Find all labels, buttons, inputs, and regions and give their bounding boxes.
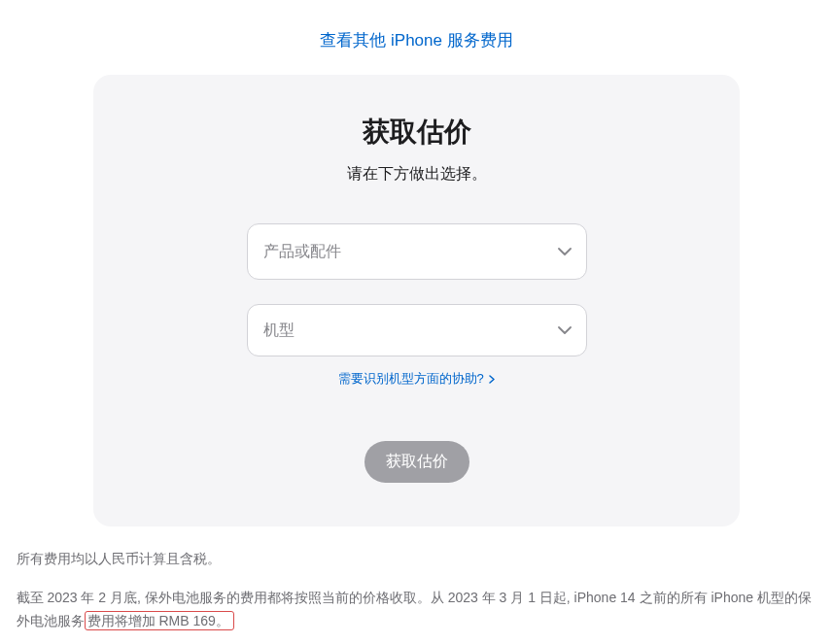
chevron-right-icon [489,372,495,387]
product-select[interactable]: 产品或配件 [247,223,587,280]
card-subtitle: 请在下方做出选择。 [152,164,681,185]
model-select-wrap: 机型 [247,304,587,356]
footnote-currency: 所有费用均以人民币计算且含税。 [17,548,817,571]
product-select-placeholder: 产品或配件 [263,242,341,262]
model-select[interactable]: 机型 [247,304,587,356]
price-increase-highlight: 费用将增加 RMB 169。 [85,611,234,630]
footnote-price-increase: 截至 2023 年 2 月底, 保外电池服务的费用都将按照当前的价格收取。从 2… [17,587,817,633]
identify-model-help-link[interactable]: 需要识别机型方面的协助? [338,371,496,386]
help-link-text: 需要识别机型方面的协助? [338,371,484,386]
card-title: 获取估价 [152,114,681,151]
model-select-placeholder: 机型 [263,321,295,341]
footnotes: 所有费用均以人民币计算且含税。 截至 2023 年 2 月底, 保外电池服务的费… [14,548,820,632]
product-select-wrap: 产品或配件 [247,223,587,280]
other-services-link[interactable]: 查看其他 iPhone 服务费用 [320,31,512,50]
get-estimate-button[interactable]: 获取估价 [364,441,469,483]
estimate-card: 获取估价 请在下方做出选择。 产品或配件 机型 需要识别机型方面的协助? 获取估… [93,75,740,526]
